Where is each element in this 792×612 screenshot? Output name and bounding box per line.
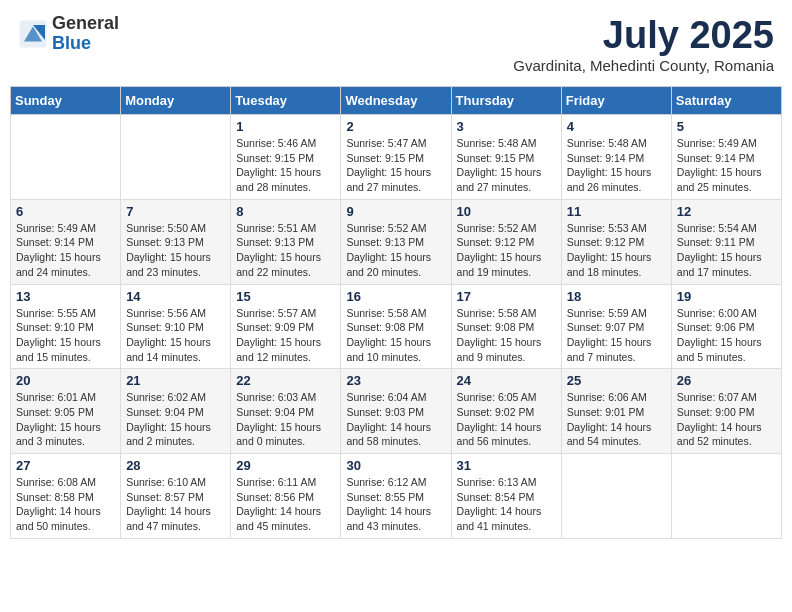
day-cell: 26Sunrise: 6:07 AM Sunset: 9:00 PM Dayli… [671,369,781,454]
day-info: Sunrise: 5:56 AM Sunset: 9:10 PM Dayligh… [126,306,225,365]
day-cell: 1Sunrise: 5:46 AM Sunset: 9:15 PM Daylig… [231,115,341,200]
day-number: 17 [457,289,556,304]
day-cell: 13Sunrise: 5:55 AM Sunset: 9:10 PM Dayli… [11,284,121,369]
day-cell: 27Sunrise: 6:08 AM Sunset: 8:58 PM Dayli… [11,454,121,539]
day-info: Sunrise: 6:04 AM Sunset: 9:03 PM Dayligh… [346,390,445,449]
day-number: 19 [677,289,776,304]
day-number: 10 [457,204,556,219]
day-cell: 12Sunrise: 5:54 AM Sunset: 9:11 PM Dayli… [671,199,781,284]
day-number: 22 [236,373,335,388]
header-cell-wednesday: Wednesday [341,87,451,115]
day-number: 21 [126,373,225,388]
day-cell: 4Sunrise: 5:48 AM Sunset: 9:14 PM Daylig… [561,115,671,200]
day-cell [561,454,671,539]
day-cell: 19Sunrise: 6:00 AM Sunset: 9:06 PM Dayli… [671,284,781,369]
day-cell: 17Sunrise: 5:58 AM Sunset: 9:08 PM Dayli… [451,284,561,369]
day-info: Sunrise: 6:12 AM Sunset: 8:55 PM Dayligh… [346,475,445,534]
header-row: SundayMondayTuesdayWednesdayThursdayFrid… [11,87,782,115]
day-info: Sunrise: 5:57 AM Sunset: 9:09 PM Dayligh… [236,306,335,365]
week-row-2: 6Sunrise: 5:49 AM Sunset: 9:14 PM Daylig… [11,199,782,284]
page-header: General Blue July 2025 Gvardinita, Mehed… [10,10,782,78]
day-number: 28 [126,458,225,473]
day-number: 30 [346,458,445,473]
day-cell: 31Sunrise: 6:13 AM Sunset: 8:54 PM Dayli… [451,454,561,539]
day-cell: 3Sunrise: 5:48 AM Sunset: 9:15 PM Daylig… [451,115,561,200]
day-info: Sunrise: 5:51 AM Sunset: 9:13 PM Dayligh… [236,221,335,280]
day-cell: 10Sunrise: 5:52 AM Sunset: 9:12 PM Dayli… [451,199,561,284]
day-info: Sunrise: 5:49 AM Sunset: 9:14 PM Dayligh… [677,136,776,195]
day-cell: 8Sunrise: 5:51 AM Sunset: 9:13 PM Daylig… [231,199,341,284]
day-number: 8 [236,204,335,219]
day-info: Sunrise: 6:03 AM Sunset: 9:04 PM Dayligh… [236,390,335,449]
header-cell-monday: Monday [121,87,231,115]
day-number: 24 [457,373,556,388]
day-info: Sunrise: 6:07 AM Sunset: 9:00 PM Dayligh… [677,390,776,449]
day-info: Sunrise: 5:46 AM Sunset: 9:15 PM Dayligh… [236,136,335,195]
calendar-header: SundayMondayTuesdayWednesdayThursdayFrid… [11,87,782,115]
week-row-1: 1Sunrise: 5:46 AM Sunset: 9:15 PM Daylig… [11,115,782,200]
day-cell: 21Sunrise: 6:02 AM Sunset: 9:04 PM Dayli… [121,369,231,454]
day-cell: 7Sunrise: 5:50 AM Sunset: 9:13 PM Daylig… [121,199,231,284]
day-number: 18 [567,289,666,304]
day-cell [11,115,121,200]
day-info: Sunrise: 5:54 AM Sunset: 9:11 PM Dayligh… [677,221,776,280]
month-title: July 2025 [513,14,774,57]
day-info: Sunrise: 5:58 AM Sunset: 9:08 PM Dayligh… [457,306,556,365]
day-info: Sunrise: 5:47 AM Sunset: 9:15 PM Dayligh… [346,136,445,195]
day-info: Sunrise: 5:58 AM Sunset: 9:08 PM Dayligh… [346,306,445,365]
day-info: Sunrise: 6:08 AM Sunset: 8:58 PM Dayligh… [16,475,115,534]
day-info: Sunrise: 6:02 AM Sunset: 9:04 PM Dayligh… [126,390,225,449]
day-number: 15 [236,289,335,304]
day-info: Sunrise: 6:10 AM Sunset: 8:57 PM Dayligh… [126,475,225,534]
day-cell: 30Sunrise: 6:12 AM Sunset: 8:55 PM Dayli… [341,454,451,539]
week-row-5: 27Sunrise: 6:08 AM Sunset: 8:58 PM Dayli… [11,454,782,539]
title-block: July 2025 Gvardinita, Mehedinti County, … [513,14,774,74]
day-info: Sunrise: 6:01 AM Sunset: 9:05 PM Dayligh… [16,390,115,449]
week-row-4: 20Sunrise: 6:01 AM Sunset: 9:05 PM Dayli… [11,369,782,454]
day-info: Sunrise: 6:05 AM Sunset: 9:02 PM Dayligh… [457,390,556,449]
day-cell [121,115,231,200]
calendar-body: 1Sunrise: 5:46 AM Sunset: 9:15 PM Daylig… [11,115,782,539]
day-cell: 23Sunrise: 6:04 AM Sunset: 9:03 PM Dayli… [341,369,451,454]
day-info: Sunrise: 5:48 AM Sunset: 9:14 PM Dayligh… [567,136,666,195]
day-cell: 6Sunrise: 5:49 AM Sunset: 9:14 PM Daylig… [11,199,121,284]
header-cell-friday: Friday [561,87,671,115]
header-cell-sunday: Sunday [11,87,121,115]
day-info: Sunrise: 5:52 AM Sunset: 9:13 PM Dayligh… [346,221,445,280]
day-info: Sunrise: 5:53 AM Sunset: 9:12 PM Dayligh… [567,221,666,280]
day-cell: 22Sunrise: 6:03 AM Sunset: 9:04 PM Dayli… [231,369,341,454]
day-number: 26 [677,373,776,388]
logo: General Blue [18,14,119,54]
day-number: 5 [677,119,776,134]
day-cell: 2Sunrise: 5:47 AM Sunset: 9:15 PM Daylig… [341,115,451,200]
day-info: Sunrise: 5:49 AM Sunset: 9:14 PM Dayligh… [16,221,115,280]
day-number: 6 [16,204,115,219]
logo-general: General [52,14,119,34]
day-cell: 29Sunrise: 6:11 AM Sunset: 8:56 PM Dayli… [231,454,341,539]
day-cell [671,454,781,539]
header-cell-thursday: Thursday [451,87,561,115]
day-info: Sunrise: 6:11 AM Sunset: 8:56 PM Dayligh… [236,475,335,534]
day-cell: 16Sunrise: 5:58 AM Sunset: 9:08 PM Dayli… [341,284,451,369]
day-cell: 15Sunrise: 5:57 AM Sunset: 9:09 PM Dayli… [231,284,341,369]
day-cell: 28Sunrise: 6:10 AM Sunset: 8:57 PM Dayli… [121,454,231,539]
day-info: Sunrise: 6:13 AM Sunset: 8:54 PM Dayligh… [457,475,556,534]
day-cell: 5Sunrise: 5:49 AM Sunset: 9:14 PM Daylig… [671,115,781,200]
logo-icon [18,19,48,49]
logo-text: General Blue [52,14,119,54]
day-number: 7 [126,204,225,219]
day-info: Sunrise: 6:06 AM Sunset: 9:01 PM Dayligh… [567,390,666,449]
day-number: 12 [677,204,776,219]
location-subtitle: Gvardinita, Mehedinti County, Romania [513,57,774,74]
day-cell: 11Sunrise: 5:53 AM Sunset: 9:12 PM Dayli… [561,199,671,284]
week-row-3: 13Sunrise: 5:55 AM Sunset: 9:10 PM Dayli… [11,284,782,369]
day-number: 20 [16,373,115,388]
day-cell: 14Sunrise: 5:56 AM Sunset: 9:10 PM Dayli… [121,284,231,369]
day-cell: 18Sunrise: 5:59 AM Sunset: 9:07 PM Dayli… [561,284,671,369]
day-number: 27 [16,458,115,473]
day-info: Sunrise: 5:59 AM Sunset: 9:07 PM Dayligh… [567,306,666,365]
day-number: 13 [16,289,115,304]
day-number: 4 [567,119,666,134]
day-info: Sunrise: 5:48 AM Sunset: 9:15 PM Dayligh… [457,136,556,195]
day-number: 16 [346,289,445,304]
